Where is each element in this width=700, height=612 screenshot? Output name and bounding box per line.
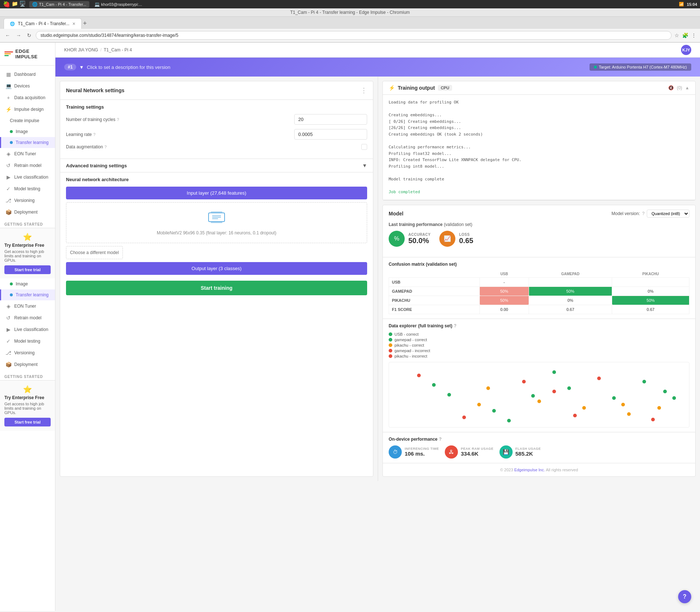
start-trial-button-bottom[interactable]: Start free trial (4, 418, 51, 426)
sidebar-item-image[interactable]: Image (0, 126, 55, 137)
transfer-dot-icon (10, 141, 13, 144)
taskbar-icon-folder[interactable]: 📁 (12, 1, 18, 8)
new-tab-button[interactable]: + (83, 20, 87, 27)
legend-gamepad-correct: gamepad - correct (389, 338, 689, 342)
flash-label: FLASH USAGE (516, 447, 541, 451)
training-output-panel: ⚡ Training output CPU 🔇 (0) ▲ Loading da… (382, 81, 696, 200)
model-layer: MobileNetV2 96x96 0.35 (final layer: 16 … (66, 202, 367, 243)
model-description: MobileNetV2 96x96 0.35 (final layer: 16 … (74, 230, 359, 235)
browser-tab[interactable]: 🌐 T1_Cam - Pi 4 - Transfer... × (4, 18, 82, 29)
sidebar-item-transfer-learning-2[interactable]: Transfer learning (0, 289, 55, 300)
menu-icon[interactable]: ⋮ (691, 32, 696, 38)
live-label: Live classification (14, 175, 48, 180)
model-version-help-icon[interactable]: ? (642, 211, 645, 216)
versioning-label-2: Versioning (14, 350, 35, 355)
sidebar-item-retrain-2[interactable]: ↺ Retrain model (0, 312, 55, 324)
sidebar-item-deployment-2[interactable]: 📦 Deployment (0, 359, 55, 370)
start-trial-button-top[interactable]: Start free trial (4, 265, 51, 274)
sidebar-item-impulse-design[interactable]: ⚡ Impulse design (0, 104, 55, 115)
legend-usb-correct: USB - correct (389, 332, 689, 336)
ondevice-perf-section: On-device performance ? ⏱ INFERENCING TI… (383, 432, 695, 463)
advanced-settings-toggle[interactable]: Advanced training settings ▼ (60, 159, 373, 172)
target-label: Target: Arduino Portenta H7 (Cortex-M7 4… (599, 65, 687, 69)
footer-company[interactable]: Edgeimpulse Inc. (514, 468, 545, 472)
bookmark-icon[interactable]: ☆ (674, 32, 679, 38)
scatter-point (651, 418, 655, 421)
deployment-label: Deployment (14, 210, 38, 215)
eon-label: EON Tuner (14, 151, 36, 156)
help-button[interactable]: ? (678, 590, 691, 603)
arch-label: Neural network architecture (66, 177, 367, 182)
learning-rate-help-icon[interactable]: ? (93, 132, 96, 137)
start-training-button[interactable]: Start training (66, 281, 367, 295)
taskbar-app-chromium[interactable]: 🌐 T1_Cam - Pi 4 - Transfer... (29, 1, 89, 8)
flash-icon: 💾 (499, 445, 513, 459)
retrain-icon: ↺ (5, 163, 11, 168)
target-status-icon (594, 66, 597, 69)
training-cycles-row: Number of training cycles ? (66, 114, 367, 125)
address-bar[interactable]: studio.edgeimpulse.com/studio/314874/lea… (36, 31, 672, 40)
scatter-point (597, 377, 601, 380)
taskbar-icon-terminal[interactable]: 🖥️ (19, 1, 26, 8)
scatter-point (537, 399, 541, 403)
panel-menu-icon[interactable]: ⋮ (361, 86, 367, 94)
sidebar-item-retrain[interactable]: ↺ Retrain model (0, 160, 55, 171)
collapse-output-icon[interactable]: ▲ (685, 85, 689, 90)
enterprise-title: Try Enterprise Free (4, 243, 51, 248)
learning-rate-label: Learning rate ? (66, 132, 294, 137)
training-cycles-input[interactable] (294, 114, 367, 125)
user-avatar: KJY (681, 45, 691, 55)
deployment-icon-2: 📦 (5, 362, 11, 367)
tab-close-button[interactable]: × (72, 21, 75, 27)
impulse-label: Impulse design (14, 107, 44, 112)
sidebar-item-versioning[interactable]: ⎇ Versioning (0, 195, 55, 206)
sidebar-item-testing-2[interactable]: ✓ Model testing (0, 335, 55, 347)
explorer-help-icon[interactable]: ? (454, 323, 456, 328)
sidebar-item-image-2[interactable]: Image (0, 278, 55, 289)
footer-copyright: © (500, 468, 504, 472)
flash-usage-metric: 💾 FLASH USAGE 585.2K (499, 445, 541, 459)
back-button[interactable]: ← (4, 32, 12, 39)
sidebar-item-live-classification[interactable]: ▶ Live classification (0, 171, 55, 183)
sidebar-item-live-2[interactable]: ▶ Live classification (0, 324, 55, 335)
sidebar-item-versioning-2[interactable]: ⎇ Versioning (0, 347, 55, 359)
sidebar-item-model-testing[interactable]: ✓ Model testing (0, 183, 55, 195)
target-badge: Target: Arduino Portenta H7 (Cortex-M7 4… (590, 63, 692, 71)
sidebar-item-create-impulse[interactable]: Create impulse (0, 115, 55, 126)
data-augmentation-checkbox[interactable] (361, 144, 367, 150)
breadcrumb-separator: / (100, 47, 101, 52)
extension-icon[interactable]: 🧩 (682, 32, 688, 38)
ondevice-help-icon[interactable]: ? (439, 437, 442, 442)
model-version-select[interactable]: Quantized (int8) Float32 (647, 210, 689, 218)
scatter-point (477, 403, 481, 406)
sidebar: EDGE IMPULSE ▦ Dashboard 💻 Devices + Dat… (0, 43, 55, 611)
sidebar-item-transfer-learning[interactable]: Transfer learning (0, 137, 55, 148)
sidebar-item-eon-tuner-2[interactable]: ◈ EON Tuner (0, 300, 55, 312)
reload-button[interactable]: ↻ (26, 32, 33, 39)
sidebar-item-eon-tuner[interactable]: ◈ EON Tuner (0, 148, 55, 160)
sidebar-item-deployment[interactable]: 📦 Deployment (0, 206, 55, 218)
learning-rate-input[interactable] (294, 129, 367, 140)
sidebar-item-devices[interactable]: 💻 Devices (0, 80, 55, 92)
sidebar-item-data-acquisition[interactable]: + Data acquisition (0, 92, 55, 104)
data-augmentation-row: Data augmentation ? (66, 144, 367, 150)
cpu-badge: CPU (438, 85, 452, 91)
enterprise-section: ⭐ Try Enterprise Free Get access to high… (0, 228, 55, 278)
lightning-icon: ⚡ (389, 85, 395, 91)
header-dropdown-icon[interactable]: ▼ (79, 65, 84, 70)
forward-button[interactable]: → (15, 32, 23, 39)
flash-value: 585.2K (516, 451, 541, 457)
training-cycles-help-icon[interactable]: ? (117, 117, 119, 122)
col-pikachu: PIKACHU (612, 270, 689, 278)
col-usb: USB (480, 270, 529, 278)
training-cycles-label: Number of training cycles ? (66, 117, 294, 122)
breadcrumb-user: KHOR JIA YONG (64, 47, 98, 52)
sidebar-item-dashboard[interactable]: ▦ Dashboard (0, 69, 55, 80)
training-settings: Training settings Number of training cyc… (60, 100, 373, 159)
choose-different-model-button[interactable]: Choose a different model (66, 246, 123, 259)
scatter-point (612, 396, 616, 400)
data-augmentation-help-icon[interactable]: ? (104, 145, 106, 149)
header-description[interactable]: Click to set a description for this vers… (87, 65, 170, 70)
scatter-point (522, 380, 526, 383)
taskbar-app-terminal[interactable]: 💻 khor03@raspberrypi:... (92, 1, 145, 8)
